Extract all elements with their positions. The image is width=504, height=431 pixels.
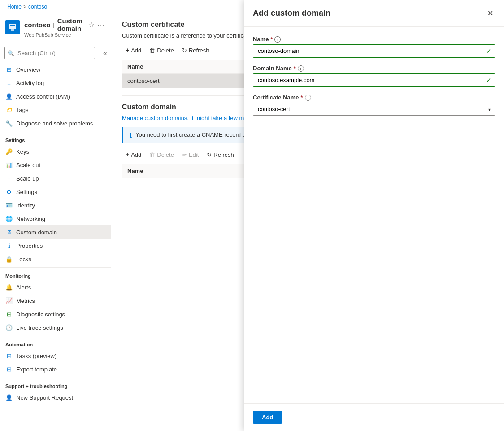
svg-rect-1 bbox=[10, 25, 15, 26]
domain-edit-button[interactable]: ✏ Edit bbox=[178, 149, 202, 160]
sidebar-item-overview[interactable]: ⊞ Overview bbox=[0, 63, 111, 76]
sidebar-item-keys[interactable]: 🔑 Keys bbox=[0, 145, 111, 158]
cert-name-info-icon[interactable]: i bbox=[305, 95, 311, 101]
refresh2-icon: ↻ bbox=[207, 151, 212, 158]
name-label: Name * i bbox=[253, 36, 495, 43]
network-icon: 🌐 bbox=[5, 215, 13, 222]
search-container: 🔍 bbox=[4, 47, 95, 59]
domain-name-field-group: Domain Name * i ✓ bbox=[253, 65, 495, 87]
cert-add-button[interactable]: + Add bbox=[122, 44, 145, 56]
svg-rect-3 bbox=[11, 29, 14, 31]
separator: | bbox=[53, 22, 54, 28]
trash-icon: 🗑 bbox=[149, 151, 155, 158]
sidebar-item-label: Activity log bbox=[16, 80, 44, 86]
panel-add-button[interactable]: Add bbox=[253, 411, 282, 424]
scaleup-icon: ↑ bbox=[5, 175, 13, 182]
sidebar-nav: ⊞ Overview ≡ Activity log 👤 Access contr… bbox=[0, 63, 111, 431]
sidebar-item-tags[interactable]: 🏷 Tags bbox=[0, 103, 111, 116]
sidebar-item-metrics[interactable]: 📈 Metrics bbox=[0, 294, 111, 307]
add-icon: + bbox=[126, 47, 129, 54]
cert-name-field-group: Certificate Name * i contoso-cert ▾ bbox=[253, 94, 495, 116]
sidebar-item-label: New Support Request bbox=[16, 394, 73, 401]
domain-name-valid-icon: ✓ bbox=[486, 77, 491, 84]
cert-name-select[interactable]: contoso-cert bbox=[253, 103, 495, 116]
sidebar-item-label: Keys bbox=[16, 148, 29, 155]
sidebar-item-scale-up[interactable]: ↑ Scale up bbox=[0, 172, 111, 185]
domain-name-info-icon[interactable]: i bbox=[298, 65, 304, 72]
support-icon: 👤 bbox=[5, 394, 13, 401]
sidebar: contoso | Custom domain ☆ ··· Web PubSub… bbox=[0, 13, 111, 431]
automation-section-label: Automation bbox=[0, 336, 111, 349]
sidebar-item-diagnose[interactable]: 🔧 Diagnose and solve problems bbox=[0, 116, 111, 130]
export-icon: ⊞ bbox=[5, 366, 13, 373]
cert-select-wrapper: contoso-cert ▾ bbox=[253, 103, 495, 116]
sidebar-item-diagnostic-settings[interactable]: ⊟ Diagnostic settings bbox=[0, 307, 111, 321]
sidebar-item-access-control[interactable]: 👤 Access control (IAM) bbox=[0, 90, 111, 103]
domain-delete-button[interactable]: 🗑 Delete bbox=[146, 149, 178, 160]
breadcrumb-home[interactable]: Home bbox=[7, 4, 22, 10]
scaleout-icon: 📊 bbox=[5, 161, 13, 168]
plus-icon: + bbox=[126, 151, 129, 158]
sidebar-item-locks[interactable]: 🔒 Locks bbox=[0, 252, 111, 266]
panel-footer: Add bbox=[244, 403, 504, 431]
sidebar-item-live-trace[interactable]: 🕐 Live trace settings bbox=[0, 321, 111, 334]
domain-add-button[interactable]: + Add bbox=[122, 149, 145, 160]
sidebar-item-export-template[interactable]: ⊞ Export template bbox=[0, 362, 111, 376]
cert-refresh-button[interactable]: ↻ Refresh bbox=[178, 45, 213, 56]
svg-rect-2 bbox=[10, 26, 13, 26]
resource-name: contoso bbox=[24, 21, 50, 29]
page-title: Custom domain bbox=[57, 17, 87, 32]
sidebar-item-alerts[interactable]: 🔔 Alerts bbox=[0, 280, 111, 294]
favorite-icon[interactable]: ☆ bbox=[89, 21, 95, 28]
add-custom-domain-panel: Add custom domain ✕ Name * i ✓ Domain Na… bbox=[244, 0, 504, 431]
sidebar-item-custom-domain[interactable]: 🖥 Custom domain bbox=[0, 225, 111, 239]
collapse-sidebar-button[interactable]: « bbox=[100, 47, 111, 59]
sidebar-title-area: contoso | Custom domain ☆ ··· Web PubSub… bbox=[24, 17, 105, 38]
sidebar-item-label: Locks bbox=[16, 256, 31, 263]
name-info-icon[interactable]: i bbox=[274, 36, 281, 43]
sidebar-item-label: Export template bbox=[16, 366, 57, 373]
resource-icon bbox=[5, 20, 20, 34]
sidebar-item-label: Networking bbox=[16, 216, 45, 222]
sidebar-item-label: Identity bbox=[16, 202, 35, 209]
search-icon: 🔍 bbox=[8, 50, 14, 56]
sidebar-item-label: Alerts bbox=[16, 284, 31, 291]
name-input[interactable] bbox=[253, 44, 495, 58]
tag-icon: 🏷 bbox=[5, 106, 13, 113]
properties-icon: ℹ bbox=[5, 242, 13, 249]
sidebar-item-settings[interactable]: ⚙ Settings bbox=[0, 185, 111, 198]
sidebar-item-label: Tags bbox=[16, 107, 28, 113]
lock-icon: 🔒 bbox=[5, 255, 13, 263]
sidebar-item-networking[interactable]: 🌐 Networking bbox=[0, 212, 111, 225]
cert-name-label: Certificate Name * i bbox=[253, 94, 495, 101]
sidebar-item-tasks[interactable]: ⊞ Tasks (preview) bbox=[0, 349, 111, 362]
more-options-icon[interactable]: ··· bbox=[97, 21, 105, 28]
breadcrumb-current[interactable]: contoso bbox=[28, 4, 47, 10]
sidebar-item-label: Metrics bbox=[16, 297, 35, 304]
sidebar-item-new-support[interactable]: 👤 New Support Request bbox=[0, 391, 111, 404]
sidebar-item-label: Live trace settings bbox=[16, 324, 63, 331]
diagnostic-icon: ⊟ bbox=[5, 310, 13, 318]
cert-delete-button[interactable]: 🗑 Delete bbox=[146, 45, 178, 56]
metrics-icon: 📈 bbox=[5, 297, 13, 304]
panel-close-button[interactable]: ✕ bbox=[486, 7, 495, 19]
panel-body: Name * i ✓ Domain Name * i ✓ C bbox=[244, 27, 504, 403]
sidebar-item-label: Settings bbox=[16, 189, 37, 195]
monitoring-section-label: Monitoring bbox=[0, 267, 111, 280]
name-field-group: Name * i ✓ bbox=[253, 36, 495, 58]
sidebar-item-activity-log[interactable]: ≡ Activity log bbox=[0, 76, 111, 90]
sidebar-item-scale-out[interactable]: 📊 Scale out bbox=[0, 158, 111, 172]
key-icon: 🔑 bbox=[5, 148, 13, 155]
sidebar-item-identity[interactable]: 🪪 Identity bbox=[0, 198, 111, 212]
sidebar-item-label: Scale up bbox=[16, 175, 39, 182]
sidebar-item-label: Tasks (preview) bbox=[16, 353, 56, 359]
breadcrumb-separator: > bbox=[23, 4, 26, 10]
domain-refresh-button[interactable]: ↻ Refresh bbox=[203, 149, 238, 160]
sidebar-item-label: Scale out bbox=[16, 162, 40, 168]
delete-icon: 🗑 bbox=[149, 47, 155, 54]
domain-name-input[interactable] bbox=[253, 73, 495, 87]
sidebar-item-properties[interactable]: ℹ Properties bbox=[0, 239, 111, 252]
tasks-icon: ⊞ bbox=[5, 352, 13, 359]
search-input[interactable] bbox=[4, 47, 95, 59]
domain-name-label: Domain Name * i bbox=[253, 65, 495, 72]
